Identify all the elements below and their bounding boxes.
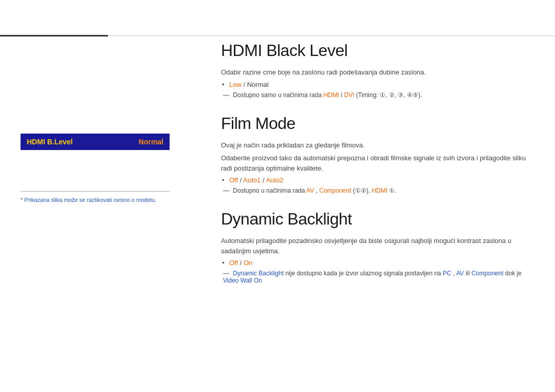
section-desc-hdmi: Odabir razine crne boje na zaslonu radi … [221,67,529,78]
note-dynamic-ili: ili [466,270,471,277]
left-divider [21,191,170,192]
bullet-dynamic-on: On [244,259,252,267]
bullet-dynamic-off: Off [229,259,238,267]
menu-item-hdmi[interactable]: HDMI B.Level Normal [21,134,170,150]
note-dynamic-name: Dynamic Backlight [233,270,284,277]
section-title-film: Film Mode [221,114,529,133]
note-dynamic-pc: PC [443,270,452,277]
top-bar-line [108,35,555,36]
note-film-nums: (①②), [353,187,372,194]
note-dynamic: Dynamic Backlight nije dostupno kada je … [221,270,529,284]
note-hdmi-dvi: DVI [344,91,354,99]
section-dynamic-backlight: Dynamic Backlight Automatski prilagodite… [221,210,529,284]
left-note: Prikazana slika može se razlikovati ovis… [21,197,170,203]
bullet-low: Low [229,81,242,88]
menu-item-label: HDMI B.Level [27,138,72,146]
section-desc-dynamic: Automatski prilagodite pozadinsko osvjet… [221,236,529,256]
bullet-film-auto2: Auto2 [266,176,283,184]
bullet-normal: Normal [247,81,269,88]
note-dynamic-vw: Video Wall On [223,277,262,284]
note-dynamic-component: Component [471,270,503,277]
top-bar-accent [0,35,108,36]
note-hdmi-prefix: Dostupno samo u načinima rada [233,91,323,99]
note-film: Dostupno u načinima rada AV , Component … [221,187,529,194]
bullet-dynamic-sep: / [240,259,242,267]
note-dynamic-middle: nije dostupno kada je izvor ulaznog sign… [285,270,442,277]
bullet-hdmi: Low / Normal [229,81,529,88]
note-hdmi-hdmi: HDMI [323,91,339,99]
section-desc-film2: Odaberite proizvod tako da automatski pr… [221,153,529,173]
top-bar [0,35,555,36]
note-film-prefix: Dostupno u načinima rada [233,187,306,194]
left-panel: HDMI B.Level Normal Prikazana slika može… [21,41,170,371]
menu-item-value: Normal [139,138,163,146]
note-film-end: ①. [389,187,396,194]
bullet-sep1: / [243,81,245,88]
note-hdmi: Dostupno samo u načinima rada HDMI i DVI… [221,91,529,99]
bullet-dynamic: Off / On [229,259,529,267]
note-film-av: AV [306,187,314,194]
bullet-film-off: Off [229,176,238,184]
note-film-component: Component [319,187,351,194]
section-title-dynamic: Dynamic Backlight [221,210,529,229]
note-film-hdmi: HDMI [372,187,387,194]
section-desc-film1: Ovaj je način rada prikladan za gledanje… [221,140,529,151]
section-film-mode: Film Mode Ovaj je način rada prikladan z… [221,114,529,195]
bullet-film-sep2: / [263,176,265,184]
note-hdmi-timing: (Timing: ①, ②, ③, ④⑤). [356,91,422,99]
section-hdmi-black-level: HDMI Black Level Odabir razine crne boje… [221,41,529,99]
right-panel: HDMI Black Level Odabir razine crne boje… [221,41,529,300]
bullet-film-auto1: Auto1 [243,176,261,184]
bullet-film: Off / Auto1 / Auto2 [229,176,529,184]
note-dynamic-dok: dok je [505,270,522,277]
note-dynamic-av: AV [456,270,464,277]
section-title-hdmi: HDMI Black Level [221,41,529,60]
bullet-film-sep1: / [240,176,242,184]
